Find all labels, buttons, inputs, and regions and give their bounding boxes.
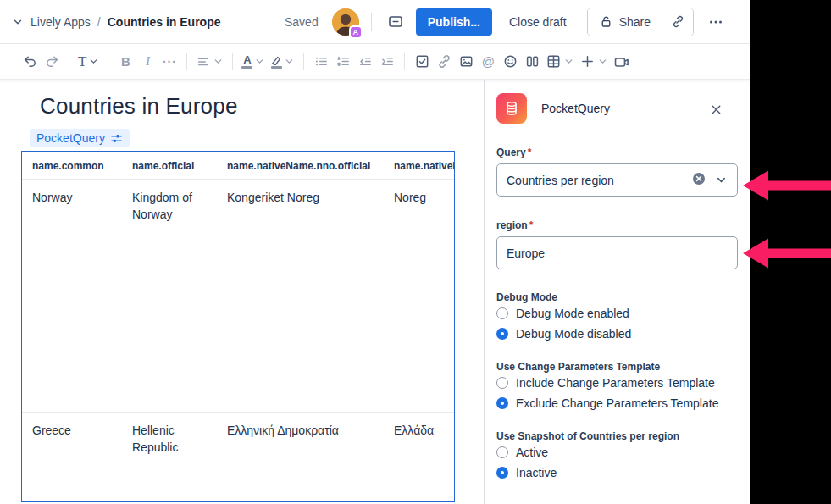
avatar[interactable]: A xyxy=(332,8,359,36)
more-menu-button[interactable] xyxy=(702,8,729,36)
mention-icon: @ xyxy=(482,54,495,69)
emoji-button[interactable] xyxy=(499,50,521,74)
column-header: name.common xyxy=(22,152,122,179)
layouts-button[interactable] xyxy=(521,50,543,74)
column-header: name.nativeName.nno.official xyxy=(217,152,384,179)
text-color-button[interactable]: A xyxy=(239,50,268,74)
text-style-button[interactable]: T xyxy=(75,50,102,74)
editor-window: Lively Apps / Countries in Europe Saved … xyxy=(0,0,750,504)
task-list-button[interactable] xyxy=(411,50,433,74)
bullet-list-icon xyxy=(313,53,330,69)
pocketquery-app-icon xyxy=(496,93,527,124)
undo-button[interactable] xyxy=(19,50,41,74)
annotation-arrow-query xyxy=(743,169,831,202)
insert-image-button[interactable] xyxy=(455,50,477,74)
plus-icon xyxy=(579,53,596,69)
chevron-down-icon[interactable] xyxy=(12,16,24,28)
radio-checked[interactable] xyxy=(496,328,508,340)
copy-link-button[interactable] xyxy=(662,8,693,36)
radio-option-debug-enabled[interactable]: Debug Mode enabled xyxy=(496,303,738,324)
table-header-row: name.common name.official name.nativeNam… xyxy=(22,152,454,180)
highlight-button[interactable] xyxy=(268,50,297,74)
image-icon xyxy=(458,53,474,69)
query-field-label: Query* xyxy=(496,147,738,158)
bold-button[interactable]: B xyxy=(114,50,136,74)
bullet-list-button[interactable] xyxy=(310,50,332,74)
column-header: name.nativeNam xyxy=(384,152,454,179)
document-canvas[interactable]: Countries in Europe PocketQuery name.com… xyxy=(0,80,484,504)
table-cell: Hellenic Republic xyxy=(122,413,217,500)
breadcrumb-space[interactable]: Lively Apps xyxy=(30,15,91,29)
page-title[interactable]: Countries in Europe xyxy=(40,93,484,119)
pocketquery-macro-chip[interactable]: PocketQuery xyxy=(30,129,130,147)
table-cell: Norway xyxy=(22,180,122,412)
bold-glyph: B xyxy=(121,54,130,69)
region-input[interactable] xyxy=(496,236,738,269)
more-horizontal-icon xyxy=(707,14,724,30)
macro-chip-label: PocketQuery xyxy=(36,131,105,145)
table-row: Greece Hellenic Republic Ελληνική Δημοκρ… xyxy=(22,413,454,500)
columns-layout-icon xyxy=(524,53,540,69)
table-cell: Kongeriket Noreg xyxy=(217,180,384,412)
mention-button[interactable]: @ xyxy=(477,50,499,74)
video-button[interactable] xyxy=(611,50,633,74)
radio-option-snapshot-inactive[interactable]: Inactive xyxy=(496,462,738,483)
breadcrumb-separator: / xyxy=(97,15,101,29)
breadcrumb-page-title[interactable]: Countries in Europe xyxy=(108,15,221,29)
insert-link-button[interactable] xyxy=(433,50,455,74)
query-select-value: Countries per region xyxy=(507,174,692,187)
italic-button[interactable]: I xyxy=(136,50,158,74)
snapshot-group-label: Use Snapshot of Countries per region xyxy=(496,430,738,442)
radio-unchecked[interactable] xyxy=(496,307,508,319)
insert-more-button[interactable] xyxy=(577,50,611,74)
redo-button[interactable] xyxy=(41,50,63,74)
more-formatting-button[interactable]: ··· xyxy=(158,50,180,74)
alignment-button[interactable] xyxy=(193,50,226,74)
region-field-label: region* xyxy=(496,219,738,231)
save-status: Saved xyxy=(285,15,319,29)
table-cell: Ελλάδα xyxy=(384,413,454,500)
radio-option-exclude-template[interactable]: Exclude Change Parameters Template xyxy=(496,393,738,413)
top-bar: Lively Apps / Countries in Europe Saved … xyxy=(0,0,750,44)
comment-button[interactable] xyxy=(382,8,409,36)
topbar-divider xyxy=(371,13,372,31)
publish-button[interactable]: Publish... xyxy=(416,8,492,36)
radio-checked[interactable] xyxy=(496,467,508,479)
close-icon xyxy=(709,102,724,117)
comment-icon xyxy=(387,14,404,30)
highlighter-icon xyxy=(270,55,282,69)
chevron-down-icon xyxy=(715,174,728,186)
radio-option-snapshot-active[interactable]: Active xyxy=(496,442,738,462)
numbered-list-button[interactable] xyxy=(332,50,354,74)
indent-button[interactable] xyxy=(376,50,398,74)
column-header: name.official xyxy=(122,152,217,179)
outdent-button[interactable] xyxy=(354,50,376,74)
text-style-glyph: T xyxy=(78,53,86,70)
radio-unchecked[interactable] xyxy=(496,446,508,458)
insert-table-button[interactable] xyxy=(543,50,577,74)
radio-unchecked[interactable] xyxy=(496,377,508,389)
breadcrumb: Lively Apps / Countries in Europe xyxy=(12,15,221,29)
text-color-icon: A xyxy=(241,54,252,69)
query-result-table[interactable]: name.common name.official name.nativeNam… xyxy=(21,151,455,502)
share-button-group: Share xyxy=(587,8,694,36)
sliders-settings-icon xyxy=(110,132,123,145)
radio-option-include-template[interactable]: Include Change Parameters Template xyxy=(496,373,738,393)
radio-checked[interactable] xyxy=(496,397,508,409)
share-button[interactable]: Share xyxy=(588,8,662,36)
table-cell: Greece xyxy=(22,413,122,500)
table-cell: Noreg xyxy=(384,180,454,412)
avatar-badge: A xyxy=(349,25,363,39)
italic-glyph: I xyxy=(146,54,150,69)
radio-option-debug-disabled[interactable]: Debug Mode disabled xyxy=(496,324,738,344)
panel-title: PocketQuery xyxy=(541,102,610,115)
table-icon xyxy=(546,53,562,69)
toolbar-divider xyxy=(186,53,187,70)
share-label: Share xyxy=(619,15,651,29)
close-draft-button[interactable]: Close draft xyxy=(499,8,577,36)
close-panel-button[interactable] xyxy=(709,102,724,117)
editor-toolbar: T B I ··· A xyxy=(0,44,750,80)
numbered-list-icon xyxy=(335,53,352,69)
query-select[interactable]: Countries per region xyxy=(496,163,738,197)
clear-selection-icon[interactable] xyxy=(692,172,706,189)
